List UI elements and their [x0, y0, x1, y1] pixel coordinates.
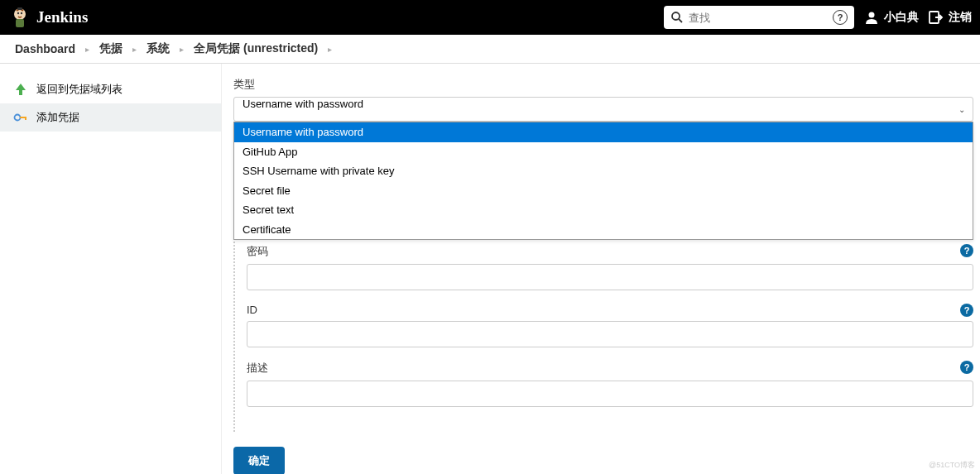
id-field-row: ID ? — [247, 304, 973, 347]
search-input[interactable] — [689, 12, 848, 24]
submit-button[interactable]: 确定 — [233, 447, 285, 474]
svg-point-5 — [672, 12, 680, 20]
chevron-right-icon: ▸ — [132, 45, 137, 54]
user-icon — [864, 10, 879, 25]
svg-point-7 — [869, 12, 875, 18]
sidebar-item-back[interactable]: 返回到凭据域列表 — [0, 75, 221, 103]
watermark: @51CTO博客 — [929, 460, 975, 471]
dropdown-option[interactable]: SSH Username with private key — [234, 161, 973, 181]
id-input[interactable] — [247, 321, 973, 347]
search-box[interactable]: ? — [664, 6, 854, 29]
search-icon — [670, 11, 684, 24]
password-field-row: 密码 ? — [247, 244, 973, 290]
selected-type-value: Username with password — [243, 98, 363, 110]
password-input[interactable] — [247, 264, 973, 290]
dropdown-option[interactable]: Username with password — [234, 122, 973, 142]
breadcrumb-item-credentials[interactable]: 凭据 — [99, 41, 122, 56]
breadcrumb: Dashboard ▸ 凭据 ▸ 系统 ▸ 全局凭据 (unrestricted… — [0, 35, 980, 64]
main-layout: 返回到凭据域列表 添加凭据 类型 Username with password … — [0, 64, 980, 474]
content-area: 类型 Username with password ⌄ Username wit… — [222, 64, 980, 474]
logout-button[interactable]: 注销 — [929, 10, 972, 25]
svg-point-9 — [15, 115, 21, 121]
svg-rect-1 — [16, 19, 24, 27]
svg-point-2 — [17, 12, 19, 14]
id-label: ID — [247, 304, 973, 316]
jenkins-logo-icon — [10, 6, 30, 29]
chevron-right-icon: ▸ — [328, 45, 332, 54]
logout-label: 注销 — [949, 10, 972, 25]
svg-point-0 — [14, 8, 26, 20]
brand-text: Jenkins — [36, 8, 88, 26]
credential-type-select[interactable]: Username with password — [233, 97, 973, 122]
search-help-icon[interactable]: ? — [833, 10, 848, 25]
sidebar-item-label: 返回到凭据域列表 — [36, 82, 122, 97]
type-select-wrapper: Username with password ⌄ Username with p… — [233, 97, 973, 122]
svg-rect-4 — [17, 7, 22, 10]
description-label: 描述 — [247, 361, 973, 376]
key-icon — [13, 110, 28, 125]
breadcrumb-item-dashboard[interactable]: Dashboard — [15, 42, 75, 55]
dropdown-option[interactable]: Secret file — [234, 181, 973, 201]
sidebar: 返回到凭据域列表 添加凭据 — [0, 64, 222, 474]
form-section: 类型 Username with password ⌄ Username wit… — [233, 77, 973, 474]
user-name-label: 小白典 — [884, 10, 919, 25]
logout-icon — [929, 10, 944, 25]
help-icon[interactable]: ? — [960, 304, 973, 317]
description-input[interactable] — [247, 381, 973, 407]
breadcrumb-item-global[interactable]: 全局凭据 (unrestricted) — [194, 41, 318, 56]
password-label: 密码 — [247, 244, 973, 259]
svg-line-6 — [679, 19, 682, 22]
dropdown-option[interactable]: Certificate — [234, 220, 973, 240]
chevron-right-icon: ▸ — [85, 45, 89, 54]
chevron-right-icon: ▸ — [180, 45, 184, 54]
dropdown-option[interactable]: Secret text — [234, 200, 973, 220]
jenkins-logo[interactable]: Jenkins — [10, 6, 88, 29]
description-field-row: 描述 ? — [247, 361, 973, 407]
type-label: 类型 — [233, 77, 973, 92]
breadcrumb-item-system[interactable]: 系统 — [147, 41, 170, 56]
help-icon[interactable]: ? — [960, 361, 973, 374]
arrow-up-icon — [13, 82, 28, 97]
sidebar-item-label: 添加凭据 — [36, 110, 79, 125]
svg-rect-11 — [25, 117, 26, 120]
header-right: ? 小白典 注销 — [664, 6, 972, 29]
help-icon[interactable]: ? — [960, 244, 973, 257]
dropdown-option[interactable]: GitHub App — [234, 142, 973, 162]
svg-point-3 — [21, 12, 22, 14]
sidebar-item-add-credential[interactable]: 添加凭据 — [0, 103, 221, 132]
type-dropdown-list: Username with password GitHub App SSH Us… — [233, 122, 973, 240]
header-bar: Jenkins ? 小白典 注销 — [0, 0, 980, 35]
user-menu[interactable]: 小白典 — [864, 10, 919, 25]
